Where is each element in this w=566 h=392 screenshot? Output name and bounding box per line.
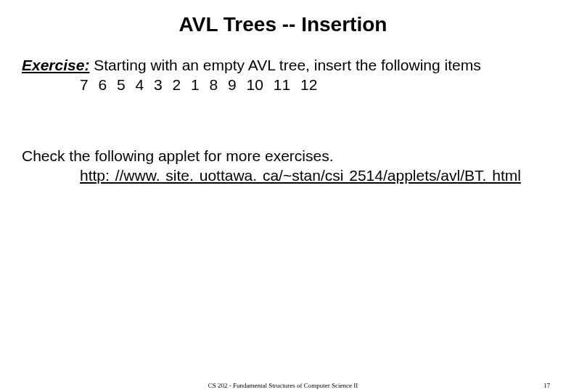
exercise-items: 7 6 5 4 3 2 1 8 9 10 11 12 xyxy=(22,75,544,94)
link-line: http: //www. site. uottawa. ca/~stan/csi… xyxy=(22,166,544,185)
check-line: Check the following applet for more exer… xyxy=(22,146,544,166)
footer-course: CS 202 - Fundamental Structures of Compu… xyxy=(0,382,566,389)
slide-title: AVL Trees -- Insertion xyxy=(22,13,544,36)
slide-body: Exercise: Starting with an empty AVL tre… xyxy=(22,55,544,185)
spacer xyxy=(22,95,544,146)
exercise-prompt: Starting with an empty AVL tree, insert … xyxy=(89,57,480,73)
page-number: 17 xyxy=(544,382,550,389)
slide: AVL Trees -- Insertion Exercise: Startin… xyxy=(0,0,566,392)
exercise-label: Exercise: xyxy=(22,57,89,73)
exercise-line: Exercise: Starting with an empty AVL tre… xyxy=(22,55,544,75)
applet-link[interactable]: http: //www. site. uottawa. ca/~stan/csi… xyxy=(80,167,521,184)
